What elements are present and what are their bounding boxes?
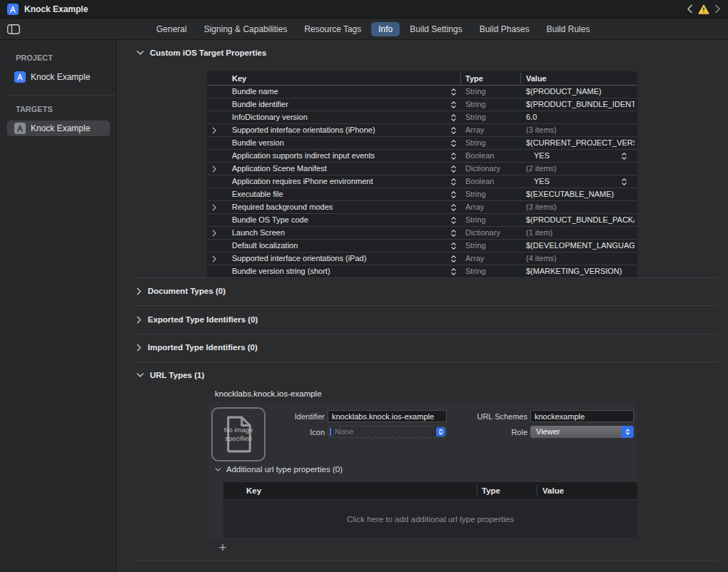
property-key: Supported interface orientations (iPad): [232, 252, 366, 265]
chevron-right-icon: [136, 344, 142, 352]
back-chevron-icon[interactable]: [687, 4, 693, 14]
property-value: $(PRODUCT_BUNDLE_IDENT: [526, 98, 635, 111]
value-stepper-icon[interactable]: [621, 152, 627, 160]
key-stepper-icon[interactable]: [450, 126, 457, 135]
property-row-executable-file[interactable]: Executable file String $(EXECUTABLE_NAME…: [207, 188, 637, 201]
chevron-right-icon: [136, 287, 142, 295]
key-stepper-icon[interactable]: [450, 216, 457, 225]
property-row-bundle-version[interactable]: Bundle version String $(CURRENT_PROJECT_…: [207, 137, 637, 150]
key-stepper-icon[interactable]: [450, 165, 457, 173]
column-header-type: Type: [482, 482, 500, 500]
tab-resource-tags[interactable]: Resource Tags: [297, 22, 368, 36]
property-row-bundle-identifier[interactable]: Bundle identifier String $(PRODUCT_BUNDL…: [207, 98, 637, 111]
tab-build-settings[interactable]: Build Settings: [403, 22, 469, 36]
property-row-application-requires-iphone-environment[interactable]: Application requires iPhone environment …: [207, 175, 637, 188]
key-stepper-icon[interactable]: [450, 152, 457, 160]
property-key: Bundle identifier: [232, 98, 288, 111]
key-stepper-icon[interactable]: [450, 101, 457, 109]
property-row-launch-screen[interactable]: Launch Screen Dictionary (1 item): [207, 227, 637, 240]
icon-dropdown[interactable]: None: [328, 426, 447, 438]
property-type: Array: [465, 252, 484, 265]
key-stepper-icon[interactable]: [450, 255, 457, 263]
property-row-bundle-version-string-short[interactable]: Bundle version string (short) String $(M…: [207, 265, 637, 278]
titlebar-nav: [687, 4, 721, 14]
key-stepper-icon[interactable]: [450, 267, 457, 276]
forward-chevron-icon[interactable]: [714, 4, 721, 14]
key-stepper-icon[interactable]: [450, 88, 457, 96]
disclosure-chevron-icon[interactable]: [212, 204, 217, 211]
property-row-bundle-os-type-code[interactable]: Bundle OS Type code String $(PRODUCT_BUN…: [207, 214, 637, 227]
warning-triangle-icon[interactable]: [698, 4, 709, 14]
role-label: Role: [449, 428, 527, 436]
bottom-divider: [133, 561, 717, 561]
add-additional-properties-row[interactable]: Click here to add additional url type pr…: [223, 500, 637, 538]
role-dropdown-value: Viewer: [536, 426, 560, 438]
property-key: InfoDictionary version: [232, 111, 308, 123]
collapsed-section-header[interactable]: Document Types (0): [136, 287, 226, 295]
tab-info[interactable]: Info: [371, 22, 400, 36]
additional-url-type-properties-header[interactable]: Additional url type properties (0): [215, 465, 343, 474]
app-target-icon: [14, 123, 26, 134]
collapsed-section-header[interactable]: Imported Type Identifiers (0): [136, 343, 258, 352]
key-stepper-icon[interactable]: [450, 113, 457, 122]
section-title: URL Types (1): [150, 371, 204, 379]
property-row-infodictionary-version[interactable]: InfoDictionary version String 6.0: [207, 111, 637, 124]
property-row-application-supports-indirect-input-events[interactable]: Application supports indirect input even…: [207, 150, 637, 163]
property-row-required-background-modes[interactable]: Required background modes Array (3 items…: [207, 201, 637, 214]
property-row-supported-interface-orientations-ipad[interactable]: Supported interface orientations (iPad) …: [207, 252, 637, 265]
property-key: Application requires iPhone environment: [232, 175, 373, 188]
property-value: (3 items): [526, 201, 635, 213]
column-separator: [460, 73, 461, 84]
property-row-bundle-name[interactable]: Bundle name String $(PRODUCT_NAME): [207, 86, 637, 98]
sidebar-item-project-knock-example[interactable]: Knock Example: [7, 69, 110, 85]
tab-signing-capabilities[interactable]: Signing & Capabilities: [197, 22, 295, 36]
table-body: Bundle name String $(PRODUCT_NAME) Bundl…: [207, 86, 637, 278]
column-header-key: Key: [232, 71, 246, 86]
property-key: Required background modes: [232, 201, 333, 213]
key-stepper-icon[interactable]: [450, 242, 457, 250]
section-title: Custom iOS Target Properties: [150, 48, 266, 57]
add-url-type-button[interactable]: +: [216, 541, 230, 555]
project-navigator-sidebar: PROJECT Knock Example TARGETS Knock Exam…: [0, 40, 116, 572]
property-row-application-scene-manifest[interactable]: Application Scene Manifest Dictionary (2…: [207, 163, 637, 175]
key-stepper-icon[interactable]: [450, 190, 457, 199]
section-divider: [133, 334, 717, 334]
column-separator: [477, 485, 477, 497]
property-value: (4 items): [526, 252, 635, 265]
tab-build-rules[interactable]: Build Rules: [540, 22, 597, 36]
url-schemes-input[interactable]: [530, 410, 634, 422]
collapsed-section-header[interactable]: Exported Type Identifiers (0): [136, 315, 258, 324]
disclosure-chevron-icon[interactable]: [212, 127, 217, 134]
sidebar-toggle-icon[interactable]: [7, 24, 20, 34]
property-row-default-localization[interactable]: Default localization String $(DEVELOPMEN…: [207, 240, 637, 252]
property-type: String: [465, 214, 486, 226]
column-header-value: Value: [526, 71, 547, 86]
disclosure-chevron-icon[interactable]: [212, 230, 217, 237]
tab-general[interactable]: General: [149, 22, 194, 36]
key-stepper-icon[interactable]: [450, 139, 457, 148]
table-header: Key Type Value: [223, 482, 637, 500]
value-stepper-icon[interactable]: [621, 178, 627, 186]
sidebar-item-targets-knock-example[interactable]: Knock Example: [7, 121, 110, 136]
additional-title: Additional url type properties (0): [226, 465, 343, 474]
sidebar-group-header: TARGETS: [16, 105, 116, 113]
section-custom-ios-target-properties[interactable]: Custom iOS Target Properties: [136, 48, 266, 57]
column-header-value: Value: [542, 482, 564, 500]
disclosure-chevron-icon[interactable]: [212, 165, 217, 173]
key-stepper-icon[interactable]: [450, 229, 457, 238]
property-key: Bundle version: [232, 137, 284, 149]
property-type: Dictionary: [465, 227, 500, 239]
property-value: $(MARKETING_VERSION): [526, 265, 635, 277]
section-document-types-0: Document Types (0): [117, 287, 728, 315]
property-value: $(EXECUTABLE_NAME): [526, 188, 635, 200]
property-row-supported-interface-orientations-iphone[interactable]: Supported interface orientations (iPhone…: [207, 124, 637, 137]
tab-build-phases[interactable]: Build Phases: [472, 22, 537, 36]
icon-dropdown-value: None: [335, 427, 353, 437]
identifier-input[interactable]: [328, 410, 447, 422]
role-dropdown[interactable]: Viewer: [530, 426, 634, 438]
section-url-types[interactable]: URL Types (1): [136, 371, 204, 379]
disclosure-chevron-icon[interactable]: [212, 255, 217, 262]
key-stepper-icon[interactable]: [450, 203, 457, 212]
sidebar-group: PROJECT Knock Example: [0, 53, 116, 85]
key-stepper-icon[interactable]: [450, 178, 457, 186]
